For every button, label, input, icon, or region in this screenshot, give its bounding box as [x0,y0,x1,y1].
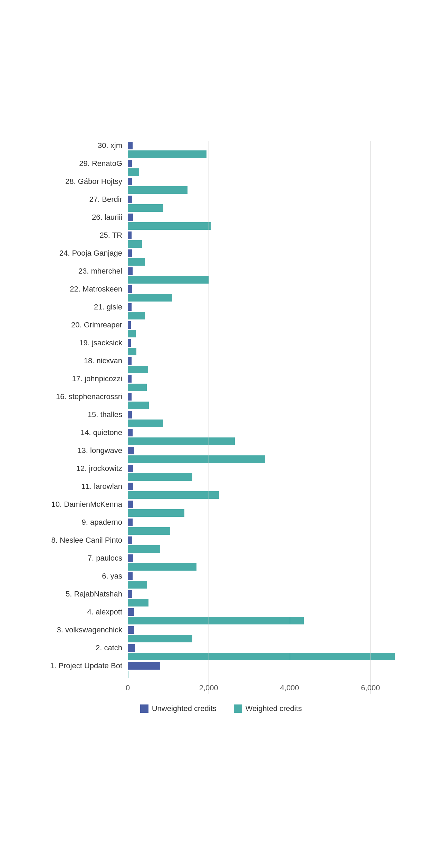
chart-row: 11. larowlan [38,482,404,499]
chart-row: 13. longwave [38,446,404,463]
bar-unweighted [128,644,135,652]
bar-unweighted [128,249,132,257]
x-tick-label: 0 [126,683,130,692]
bar-unweighted [128,178,132,185]
bar-unweighted [128,160,132,167]
bar-weighted [128,204,163,212]
chart-container: 30. xjm29. RenatoG28. Gábor Hojtsy27. Be… [31,127,411,741]
row-label: 17. johnpicozzi [38,374,128,383]
chart-row: 26. lauriii [38,213,404,230]
bar-weighted [128,240,142,248]
bar-weighted [128,150,206,158]
bar-unweighted [128,285,132,293]
legend-weighted-color [234,704,242,713]
bar-unweighted [128,554,133,562]
chart-row: 19. jsacksick [38,338,404,356]
row-label: 27. Berdir [38,195,128,204]
chart-row: 7. paulocs [38,554,404,571]
chart-row: 23. mherchel [38,267,404,284]
bar-weighted [128,653,395,660]
chart-row: 29. RenatoG [38,159,404,176]
chart-row: 15. thalles [38,410,404,427]
row-label: 3. volkswagenchick [38,625,128,634]
chart-row: 3. volkswagenchick [38,625,404,643]
chart-row: 1. Project Update Bot [38,661,404,679]
row-label: 5. RajabNatshah [38,590,128,599]
legend-unweighted-color [140,704,148,713]
bar-weighted [128,455,265,463]
chart-row: 14. quietone [38,428,404,445]
bar-weighted [128,420,163,427]
chart-row: 2. catch [38,643,404,661]
bar-unweighted [128,339,131,347]
bar-weighted [128,384,147,391]
row-label: 2. catch [38,643,128,652]
bar-unweighted [128,303,132,311]
bar-unweighted [128,626,134,634]
row-label: 4. alexpott [38,608,128,617]
row-label: 24. Pooja Ganjage [38,249,128,258]
row-label: 13. longwave [38,446,128,455]
row-label: 14. quietone [38,428,128,437]
bar-weighted [128,168,139,176]
bar-weighted [128,366,148,373]
x-tick-label: 2,000 [199,683,218,692]
chart-row: 21. gisle [38,303,404,320]
bar-unweighted [128,357,132,365]
row-label: 18. nicxvan [38,356,128,365]
row-label: 7. paulocs [38,554,128,563]
bar-weighted [128,473,192,481]
bar-weighted [128,222,211,230]
bar-unweighted [128,465,133,472]
chart-row: 16. stephenacrossri [38,392,404,410]
chart-row: 30. xjm [38,141,404,158]
bar-unweighted [128,590,132,598]
chart-row: 18. nicxvan [38,356,404,374]
chart-row: 5. RajabNatshah [38,590,404,607]
chart-row: 9. apaderno [38,518,404,535]
bar-weighted [128,599,148,606]
bar-unweighted [128,214,133,221]
bar-unweighted [128,572,133,580]
bar-weighted [128,527,170,535]
legend-unweighted-label: Unweighted credits [152,704,217,713]
bar-weighted [128,581,147,589]
row-label: 9. apaderno [38,518,128,527]
chart-row: 27. Berdir [38,195,404,212]
chart-row: 17. johnpicozzi [38,374,404,392]
bar-weighted [128,509,184,517]
chart-row: 10. DamienMcKenna [38,500,404,517]
row-label: 25. TR [38,231,128,240]
bar-weighted [128,437,235,445]
legend: Unweighted credits Weighted credits [38,704,404,713]
row-label: 29. RenatoG [38,159,128,168]
bar-weighted [128,330,136,337]
chart-row: 22. Matroskeen [38,285,404,302]
bar-unweighted [128,231,132,239]
row-label: 6. yas [38,572,128,581]
bar-unweighted [128,447,134,454]
bar-unweighted [128,267,133,275]
row-label: 11. larowlan [38,482,128,491]
bar-unweighted [128,429,133,436]
bar-weighted [128,186,188,194]
chart-row: 24. Pooja Ganjage [38,249,404,266]
row-label: 1. Project Update Bot [38,661,128,670]
bar-unweighted [128,142,133,149]
row-label: 22. Matroskeen [38,285,128,294]
chart-row: 20. Grimreaper [38,320,404,338]
row-label: 10. DamienMcKenna [38,500,128,509]
row-label: 23. mherchel [38,267,128,276]
bar-unweighted [128,501,133,508]
chart-row: 12. jrockowitz [38,464,404,481]
bar-unweighted [128,375,132,383]
bar-weighted [128,491,219,499]
legend-weighted: Weighted credits [234,704,302,713]
bar-weighted [128,617,304,624]
chart-row: 25. TR [38,231,404,248]
bar-unweighted [128,662,160,670]
bar-weighted [128,402,149,409]
chart-row: 6. yas [38,572,404,589]
x-axis: 02,0004,0006,000 [128,683,411,694]
bar-unweighted [128,608,134,616]
